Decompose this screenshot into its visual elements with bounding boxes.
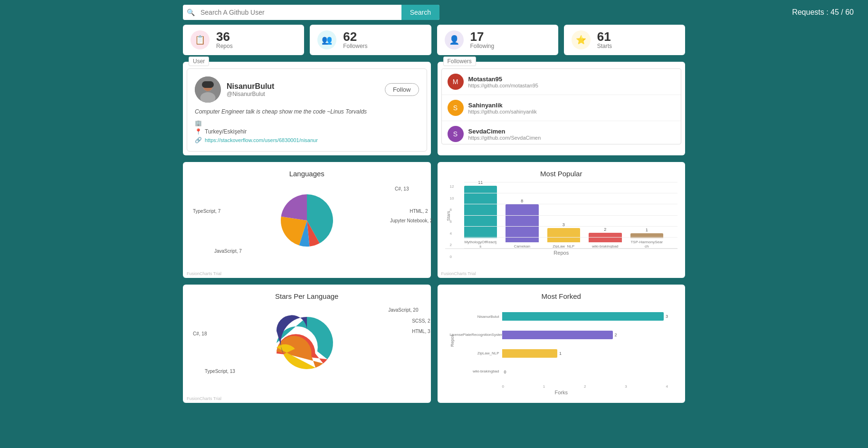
languages-chart-card: Languages C#, 13HTML, 2Jupyter Notebook,… [183,162,431,278]
most-popular-fusion-credit: FusionCharts Trial [441,271,476,276]
user-location: Turkey/Eskişehir [205,128,247,135]
most-forked-card: Most Forked Repos NisanurBulutLicensePla… [438,285,686,403]
follower-avatar: S [448,126,464,142]
followers-icon: 👥 [317,30,336,49]
most-forked-title: Most Forked [445,292,678,300]
search-input[interactable] [199,6,401,19]
y-axis-tick: 0 [450,255,454,259]
pie-label: HTML, 2 [410,209,428,214]
svg-rect-4 [202,81,214,88]
mf-bar [502,331,613,339]
user-section: User NisanurBul [183,62,431,155]
user-company-item: 🏢 [195,120,419,126]
mf-bar-row: 2 [502,330,668,340]
follower-name: Sahinyanlik [468,102,537,109]
donut-label: TypeScript, 13 [205,369,235,374]
mf-y-label: wiki-brakingbad [450,366,502,377]
user-stackoverflow-item: 🔗 https://stackoverflow.com/users/683000… [195,137,419,143]
following-label: Following [470,43,495,49]
mf-x-tick: 0 [502,384,504,389]
pie-label: Jupyter Notebook, 2 [390,218,433,223]
pie-label: C#, 13 [395,186,409,191]
repos-y-label: Repos [450,334,455,346]
stars-icon: ⭐ [572,30,591,49]
location-icon: 📍 [195,128,202,135]
charts-row-1: Languages C#, 13HTML, 2Jupyter Notebook,… [0,162,868,285]
mf-bar-row: 3 [502,311,668,322]
donut-svg [276,312,338,374]
stat-card-followers: 👥 62 Followers [310,25,431,55]
list-item: M Motastan95 https://github.com/motastan… [442,69,681,95]
followers-list[interactable]: M Motastan95 https://github.com/motastan… [441,68,682,144]
donut-container: JavaScript, 20SCSS, 2HTML, 3TypeScript, … [191,305,423,381]
list-item: S Sahinyanlik https://github.com/sahinya… [442,95,681,121]
search-icon: 🔍 [183,6,199,19]
user-handle: @NisanurBulut [227,91,379,97]
follower-url: https://github.com/sahinyanlik [468,109,537,114]
user-followers-row: User NisanurBul [0,62,868,162]
avatar-image [195,76,221,103]
username: NisanurBulut [227,82,379,91]
bar-chart-area: 11MythologyOfReactjs8Camekan3ZipLaw_NLP2… [445,182,678,249]
mf-x-tick: 1 [543,384,545,389]
stars-label: Starts [597,43,612,49]
avatar [195,76,221,103]
followers-section: Followers M Motastan95 https://github.co… [438,62,686,155]
stat-card-following: 👤 17 Following [437,25,558,55]
follower-avatar: S [448,100,464,116]
mf-bar-value: 1 [559,351,562,356]
grid-line [464,248,678,248]
top-bar: 🔍 Search Requests : 45 / 60 [0,0,868,25]
user-stackoverflow-link[interactable]: https://stackoverflow.com/users/6830001/… [205,137,318,143]
link-icon: 🔗 [195,137,202,143]
pie-label: JavaScript, 7 [214,248,242,254]
stars-per-language-card: Stars Per Language JavaScript, 20SCSS, 2… [183,285,431,403]
user-info: NisanurBulut @NisanurBulut Follow [195,76,419,103]
stat-card-repos: 📋 36 Repos [183,25,304,55]
languages-chart-title: Languages [191,170,423,178]
follower-url: https://github.com/motastan95 [468,83,538,88]
most-popular-title: Most Popular [445,170,678,178]
donut-label: C#, 18 [193,331,207,336]
languages-pie-container: C#, 13HTML, 2Jupyter Notebook, 2JavaScri… [191,182,423,258]
follow-button[interactable]: Follow [385,83,419,96]
mf-bar-value: 3 [666,314,668,319]
user-bio: Computer Engineer talk is cheap show me … [195,108,419,115]
search-button[interactable]: Search [401,5,439,20]
follower-url: https://github.com/SevdaCimen [468,135,541,141]
mf-bar-value: 2 [615,333,617,337]
follower-name: SevdaCimen [468,128,541,135]
grid-line [464,237,678,238]
donut-label: SCSS, 2 [412,318,430,324]
mf-bar [502,349,558,358]
user-meta: 🏢 📍 Turkey/Eskişehir 🔗 https://stackover… [195,120,419,143]
mf-y-label: ZipLaw_NLP [450,348,502,359]
grid-line [464,226,678,227]
mf-x-tick: 2 [584,384,586,389]
list-item: S SevdaCimen https://github.com/SevdaCim… [442,121,681,144]
followers-number: 62 [343,30,367,43]
x-axis-label: Repos [445,250,678,256]
user-details: NisanurBulut @NisanurBulut [227,82,379,97]
stars-number: 61 [597,30,612,43]
most-popular-chart-card: Most Popular 024681012 11MythologyOfReac… [438,162,686,278]
grid-line [464,182,678,182]
charts-row-2: Stars Per Language JavaScript, 20SCSS, 2… [0,285,868,410]
most-forked-container: Repos NisanurBulutLicensePlateRecognitio… [445,305,678,395]
mf-bar-row: 1 [502,348,668,359]
following-number: 17 [470,30,495,43]
stats-row: 📋 36 Repos 👥 62 Followers 👤 17 Following… [0,25,868,62]
mf-bar [502,312,664,321]
user-location-item: 📍 Turkey/Eskişehir [195,128,419,135]
stars-fusion-credit: FusionCharts Trial [187,396,221,401]
donut-label: HTML, 3 [412,329,430,334]
following-icon: 👤 [445,30,464,49]
requests-label: Requests : 45 / 60 [792,8,854,17]
mf-bar-row: 0 [502,367,668,377]
mf-x-tick: 4 [666,384,668,389]
donut-label: JavaScript, 20 [388,307,418,313]
pie-slice [281,194,306,220]
repos-label: Repos [216,43,233,49]
mf-x-tick: 3 [625,384,627,389]
stars-y-label: Stars [446,211,451,221]
